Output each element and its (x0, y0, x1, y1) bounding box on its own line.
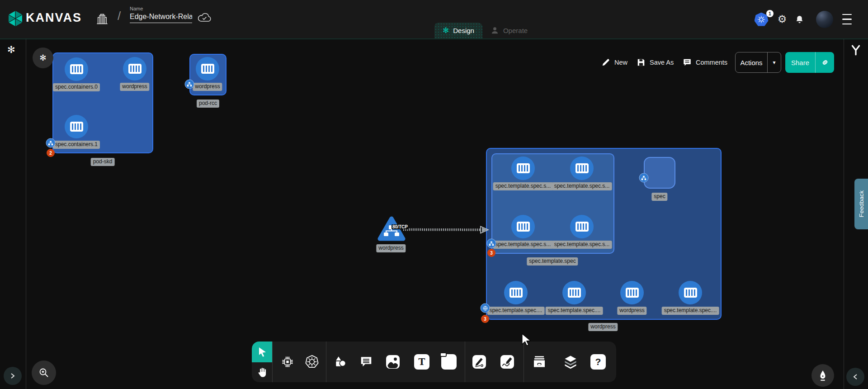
container-node[interactable] (570, 157, 594, 180)
history-spiral-icon[interactable]: ✻ (7, 44, 15, 55)
save-as-button[interactable]: Save As (637, 52, 674, 73)
settings-button[interactable]: ⚙ (774, 0, 790, 38)
hierarchy-y-icon[interactable] (851, 44, 861, 57)
collapse-right-panel-button[interactable] (846, 368, 864, 386)
container-node[interactable] (570, 215, 594, 238)
drawer-tool[interactable] (529, 352, 549, 372)
note-tool[interactable] (439, 352, 459, 372)
container-node[interactable] (65, 57, 88, 81)
comment-tool[interactable] (356, 352, 376, 372)
container-icon (626, 288, 639, 298)
group-spec.template.spec[interactable] (491, 153, 614, 254)
container-node[interactable] (679, 281, 702, 304)
network-badge[interactable] (46, 138, 56, 148)
actions-dropdown-caret[interactable]: ▾ (767, 52, 781, 72)
kubernetes-tool[interactable] (302, 352, 322, 372)
node-label: spec.template.spec.s... (552, 182, 612, 190)
tab-operate-label: Operate (503, 27, 528, 34)
organization-icon[interactable] (96, 13, 108, 25)
kubernetes-helm-icon (305, 355, 319, 369)
service-edge[interactable] (401, 223, 491, 235)
help-icon: ? (590, 354, 606, 370)
comments-button[interactable]: Comments (683, 52, 727, 73)
notifications-button[interactable] (791, 0, 807, 38)
pan-tool[interactable] (252, 362, 272, 382)
actions-label[interactable]: Actions (736, 52, 767, 72)
node-label: spec.containers.1 (53, 141, 100, 149)
container-icon (517, 222, 530, 232)
zoom-button[interactable] (32, 361, 56, 385)
network-badge[interactable] (639, 173, 649, 183)
user-avatar-button[interactable] (816, 0, 834, 38)
feedback-tab[interactable]: Feedback (854, 179, 868, 229)
container-node[interactable] (511, 215, 535, 238)
layers-tool[interactable] (561, 352, 580, 372)
shapes-tool[interactable] (330, 352, 350, 372)
actions-split-button[interactable]: Actions ▾ (735, 52, 781, 73)
expand-left-panel-button[interactable] (4, 367, 22, 385)
design-spiral-icon: ✻ (443, 27, 449, 34)
design-name-input[interactable] (130, 13, 192, 23)
component-tool[interactable] (278, 352, 297, 372)
text-icon: T (414, 354, 429, 370)
drawer-icon (532, 355, 547, 369)
help-tool[interactable]: ? (588, 352, 608, 372)
select-tool[interactable] (252, 342, 272, 362)
edge-port-label: 80/TCP (392, 224, 409, 229)
container-node[interactable] (620, 281, 644, 304)
network-badge[interactable] (487, 239, 496, 248)
freehand-draw-tool[interactable] (497, 352, 517, 372)
feedback-label: Feedback (858, 190, 865, 217)
edge-style-tool[interactable] (469, 352, 489, 372)
chip-icon (281, 355, 294, 369)
chevron-right-icon (9, 373, 16, 379)
note-icon (441, 354, 457, 370)
share-label[interactable]: Share (785, 52, 815, 73)
kubernetes-context-button[interactable]: 1 (752, 0, 770, 38)
node-label: wordpress (120, 83, 149, 91)
container-node[interactable] (196, 57, 219, 81)
container-node[interactable] (511, 157, 535, 180)
group-label: wordpress (588, 323, 618, 331)
replicas-badge[interactable] (481, 304, 490, 313)
new-button[interactable]: New (601, 52, 627, 73)
container-node[interactable] (562, 281, 586, 304)
comments-label: Comments (696, 59, 727, 66)
container-node[interactable] (123, 57, 146, 81)
copy-link-segment[interactable] (815, 52, 834, 73)
count-badge[interactable]: 3 (481, 315, 489, 323)
node-label: spec.template.spec.... (546, 307, 603, 315)
tool-palette: T (252, 342, 616, 382)
right-rail-divider (844, 39, 844, 389)
share-split-button[interactable]: Share (785, 52, 834, 73)
toolbar-divider (326, 342, 326, 382)
tab-design[interactable]: ✻ Design (434, 23, 482, 38)
comment-icon (683, 58, 692, 67)
design-name-field: Name (130, 6, 192, 23)
count-badge[interactable]: 2 (47, 149, 55, 157)
pen-mode-button[interactable] (811, 364, 834, 387)
container-icon (201, 64, 214, 74)
kanvas-logo-icon (7, 10, 24, 27)
node-label: spec.template.spec.s... (552, 241, 612, 249)
toolbar-divider (524, 342, 524, 382)
container-node[interactable] (65, 115, 88, 138)
logo-text: KANVAS (26, 11, 82, 25)
container-node[interactable] (504, 281, 528, 304)
new-label: New (614, 59, 627, 66)
cursor-arrow-icon (257, 346, 268, 358)
container-icon (70, 64, 83, 74)
tab-operate[interactable]: Operate (482, 23, 536, 38)
menu-button[interactable] (839, 0, 854, 38)
hamburger-icon (842, 14, 852, 15)
network-badge[interactable] (185, 80, 194, 89)
node-label: spec (651, 193, 667, 201)
freehand-pencil-icon (500, 354, 515, 370)
canvas-flower-menu-button[interactable]: ✻ (33, 47, 53, 68)
text-tool[interactable]: T (412, 352, 432, 372)
image-tool[interactable] (383, 352, 403, 372)
container-icon (517, 163, 530, 173)
node-label: wordpress (617, 307, 646, 315)
node-spec[interactable] (644, 157, 675, 189)
count-badge[interactable]: 3 (487, 249, 495, 257)
